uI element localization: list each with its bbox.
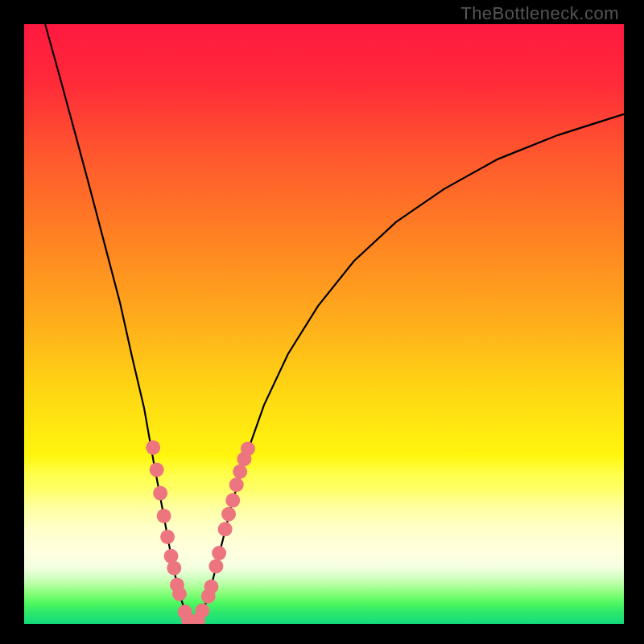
- data-point: [229, 477, 244, 492]
- data-point: [157, 509, 171, 523]
- data-point: [153, 486, 167, 501]
- data-point: [225, 493, 240, 508]
- bottleneck-curve: [193, 114, 624, 624]
- plot-area: [24, 24, 624, 624]
- data-point: [146, 440, 160, 455]
- data-point: [208, 559, 223, 573]
- data-point: [233, 464, 247, 479]
- data-point: [172, 587, 187, 601]
- data-point: [221, 507, 236, 522]
- curve-layer: [24, 24, 624, 624]
- data-markers: [146, 440, 255, 624]
- data-point: [195, 604, 209, 618]
- data-point: [160, 530, 175, 544]
- data-point: [167, 561, 181, 576]
- data-point: [150, 463, 164, 477]
- watermark-text: TheBottleneck.com: [460, 3, 619, 24]
- data-point: [204, 580, 218, 594]
- data-point: [218, 522, 233, 536]
- data-point: [212, 546, 226, 560]
- data-point: [241, 441, 255, 456]
- chart-frame: TheBottleneck.com: [0, 0, 644, 644]
